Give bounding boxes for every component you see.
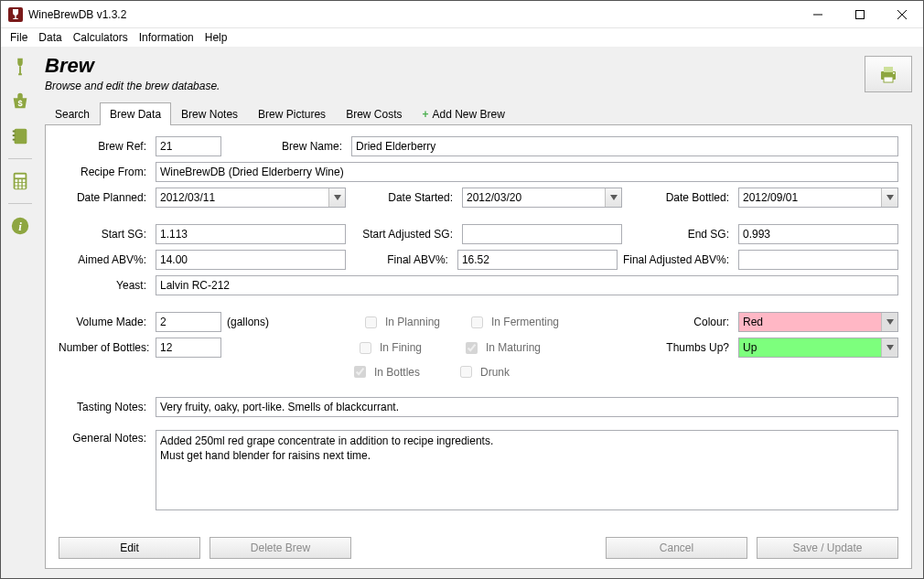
svg-rect-0 xyxy=(856,10,865,18)
dropdown-icon xyxy=(328,188,345,207)
menu-bar: File Data Calculators Information Help xyxy=(1,28,923,47)
check-in-fermenting[interactable]: In Fermenting xyxy=(467,314,577,331)
final-adj-abv-field[interactable] xyxy=(738,250,898,270)
svg-rect-4 xyxy=(13,134,16,136)
delete-brew-button[interactable]: Delete Brew xyxy=(210,537,351,559)
final-abv-field[interactable] xyxy=(457,250,618,270)
start-adj-sg-field[interactable] xyxy=(462,224,622,244)
dropdown-icon xyxy=(881,313,897,331)
end-sg-field[interactable] xyxy=(738,224,898,244)
sidebar-money-icon[interactable]: $ xyxy=(7,89,33,114)
svg-rect-16 xyxy=(23,187,26,189)
brew-data-panel: Brew Ref: Brew Name: Recipe From: Date P… xyxy=(45,124,912,569)
colour-value: Red xyxy=(739,316,881,328)
label-date-planned: Date Planned: xyxy=(59,191,150,204)
svg-rect-14 xyxy=(16,187,18,189)
label-gallons: (gallons) xyxy=(227,316,282,328)
colour-select[interactable]: Red xyxy=(738,312,898,332)
menu-data[interactable]: Data xyxy=(33,30,67,45)
label-start-sg: Start SG: xyxy=(59,228,150,241)
label-date-started: Date Started: xyxy=(351,191,457,204)
tasting-notes-field[interactable] xyxy=(156,397,898,417)
tab-add-new-brew[interactable]: +Add New Brew xyxy=(412,102,514,125)
dropdown-icon xyxy=(881,338,897,357)
window-title: WineBrewDB v1.3.2 xyxy=(28,8,126,21)
brew-ref-field[interactable] xyxy=(156,136,221,156)
sidebar-info-icon[interactable]: i xyxy=(7,213,33,239)
svg-rect-5 xyxy=(13,139,16,141)
label-recipe-from: Recipe From: xyxy=(59,166,150,178)
svg-rect-13 xyxy=(23,183,26,186)
brew-name-field[interactable] xyxy=(351,136,898,156)
check-in-bottles[interactable]: In Bottles xyxy=(350,363,451,381)
svg-point-22 xyxy=(893,72,895,74)
edit-button[interactable]: Edit xyxy=(59,537,200,559)
tab-strip: Search Brew Data Brew Notes Brew Picture… xyxy=(45,102,912,124)
tab-brew-costs[interactable]: Brew Costs xyxy=(336,102,412,125)
svg-rect-15 xyxy=(19,187,22,189)
svg-rect-9 xyxy=(19,179,22,182)
tab-brew-notes[interactable]: Brew Notes xyxy=(171,102,248,125)
label-end-sg: End SG: xyxy=(628,228,733,241)
check-in-planning[interactable]: In Planning xyxy=(361,314,462,331)
date-bottled-field[interactable]: 2012/09/01 xyxy=(738,188,898,208)
check-in-maturing[interactable]: In Maturing xyxy=(462,339,572,357)
thumbs-select[interactable]: Up xyxy=(738,338,898,358)
content-area: Brew Browse and edit the brew database. … xyxy=(39,47,923,578)
button-row: Edit Delete Brew Cancel Save / Update xyxy=(59,537,898,559)
date-bottled-text: 2012/09/01 xyxy=(739,191,881,204)
tab-brew-pictures[interactable]: Brew Pictures xyxy=(248,102,336,125)
sidebar-notebook-icon[interactable] xyxy=(7,123,33,149)
plus-icon: + xyxy=(422,108,428,121)
page-subtitle: Browse and edit the brew database. xyxy=(45,80,220,92)
close-button[interactable] xyxy=(881,1,923,28)
label-start-adj-sg: Start Adjusted SG: xyxy=(351,228,457,241)
cancel-button[interactable]: Cancel xyxy=(606,537,747,559)
print-button[interactable] xyxy=(865,56,912,92)
tab-add-new-label: Add New Brew xyxy=(433,108,505,121)
sidebar-calculator-icon[interactable] xyxy=(7,168,33,194)
svg-rect-3 xyxy=(13,131,16,133)
minimize-button[interactable] xyxy=(797,1,839,28)
label-tasting: Tasting Notes: xyxy=(59,401,150,413)
recipe-from-field[interactable] xyxy=(156,162,898,182)
svg-rect-8 xyxy=(16,179,18,182)
title-bar: WineBrewDB v1.3.2 xyxy=(1,1,923,28)
sidebar: $ i xyxy=(1,47,39,578)
label-brew-name: Brew Name: xyxy=(227,140,346,153)
dropdown-icon xyxy=(881,188,897,207)
svg-rect-12 xyxy=(19,183,22,186)
label-volume-made: Volume Made: xyxy=(59,316,150,328)
menu-calculators[interactable]: Calculators xyxy=(68,30,134,45)
date-started-text: 2012/03/20 xyxy=(463,191,605,204)
maximize-button[interactable] xyxy=(839,1,881,28)
date-planned-field[interactable]: 2012/03/11 xyxy=(156,188,346,208)
menu-information[interactable]: Information xyxy=(134,30,199,45)
label-num-bottles: Number of Bottles: xyxy=(59,341,150,354)
start-sg-field[interactable] xyxy=(156,224,346,244)
date-started-field[interactable]: 2012/03/20 xyxy=(462,188,622,208)
sidebar-brew-icon[interactable] xyxy=(7,54,33,80)
label-final-adj-abv: Final Adjusted ABV%: xyxy=(623,253,733,266)
svg-rect-10 xyxy=(23,179,26,182)
save-update-button[interactable]: Save / Update xyxy=(757,537,898,559)
app-icon xyxy=(8,7,23,22)
svg-text:$: $ xyxy=(17,99,22,108)
label-general: General Notes: xyxy=(59,430,150,445)
page-title: Brew xyxy=(45,54,220,78)
label-brew-ref: Brew Ref: xyxy=(59,140,150,153)
num-bottles-field[interactable] xyxy=(156,338,221,358)
menu-file[interactable]: File xyxy=(5,30,33,45)
tab-search[interactable]: Search xyxy=(45,102,100,125)
menu-help[interactable]: Help xyxy=(199,30,233,45)
svg-rect-7 xyxy=(16,175,26,178)
yeast-field[interactable] xyxy=(156,275,898,295)
check-drunk[interactable]: Drunk xyxy=(457,363,566,381)
tab-brew-data[interactable]: Brew Data xyxy=(100,102,171,125)
svg-rect-11 xyxy=(16,183,18,186)
label-final-abv: Final ABV%: xyxy=(351,253,452,266)
check-in-fining[interactable]: In Fining xyxy=(356,339,457,357)
aimed-abv-field[interactable] xyxy=(156,250,346,270)
volume-made-field[interactable] xyxy=(156,312,221,332)
general-notes-field[interactable] xyxy=(156,430,898,510)
